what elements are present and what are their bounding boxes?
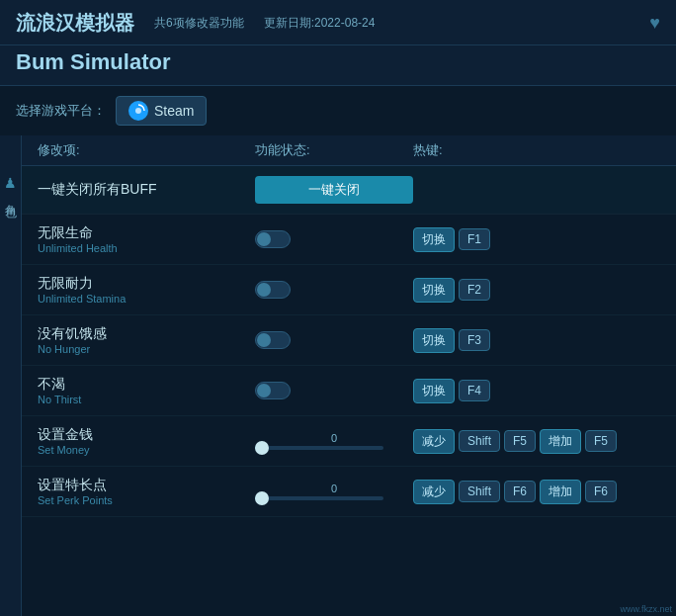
toggle-unlimited-health[interactable] bbox=[255, 230, 291, 248]
sidebar-label: 角色 bbox=[2, 195, 19, 199]
hotkey-key-btn[interactable]: F2 bbox=[459, 279, 490, 301]
mod-en-label: Set Money bbox=[38, 444, 255, 456]
update-date: 更新日期:2022-08-24 bbox=[264, 15, 376, 32]
mod-cn-label: 无限耐力 bbox=[38, 275, 255, 293]
platform-button-label: Steam bbox=[154, 103, 194, 119]
table-row: 无限生命 Unlimited Health 切换 F1 bbox=[22, 215, 676, 265]
mod-cn-label: 设置特长点 bbox=[38, 477, 255, 494]
hotkey-dec-action-btn[interactable]: 减少 bbox=[413, 480, 455, 504]
mod-name-no-thirst: 不渴 No Thirst bbox=[38, 376, 255, 405]
all-off-button[interactable]: 一键关闭 bbox=[255, 176, 413, 204]
mod-cn-label: 没有饥饿感 bbox=[38, 325, 255, 343]
hotkey-unlimited-stamina: 切换 F2 bbox=[413, 278, 660, 303]
col-header-1: 修改项: bbox=[38, 141, 255, 159]
hotkey-inc-action-btn[interactable]: 增加 bbox=[540, 480, 581, 504]
hotkey-perk: 减少 Shift F6 增加 F6 bbox=[413, 480, 660, 504]
mod-en-label: Unlimited Health bbox=[38, 242, 255, 254]
hotkey-inc-key-btn[interactable]: F5 bbox=[585, 430, 617, 452]
hotkey-dec-mod-btn[interactable]: Shift bbox=[459, 481, 500, 502]
favorite-icon[interactable]: ♥ bbox=[649, 13, 660, 34]
mod-name-unlimited-health: 无限生命 Unlimited Health bbox=[38, 224, 255, 254]
hotkey-no-hunger: 切换 F3 bbox=[413, 328, 660, 353]
mod-en-label: No Thirst bbox=[38, 394, 255, 405]
hotkey-action-btn[interactable]: 切换 bbox=[413, 227, 455, 252]
mod-name-set-money: 设置金钱 Set Money bbox=[38, 426, 255, 456]
hotkey-money: 减少 Shift F5 增加 F5 bbox=[413, 429, 660, 454]
slider-container-perk: 0 bbox=[255, 483, 413, 500]
mod-name-unlimited-stamina: 无限耐力 Unlimited Stamina bbox=[38, 275, 255, 305]
mod-cn-label: 不渴 bbox=[38, 376, 255, 394]
mod-name-no-hunger: 没有饥饿感 No Hunger bbox=[38, 325, 255, 355]
app-title: 流浪汉模拟器 bbox=[16, 10, 134, 37]
table-row: 无限耐力 Unlimited Stamina 切换 F2 bbox=[22, 265, 676, 315]
mod-en-label: No Hunger bbox=[38, 343, 255, 355]
platform-label: 选择游戏平台： bbox=[16, 102, 106, 120]
all-off-row: 一键关闭所有BUFF 一键关闭 bbox=[22, 166, 676, 215]
toggle-unlimited-stamina[interactable] bbox=[255, 281, 291, 299]
mod-name-set-perk: 设置特长点 Set Perk Points bbox=[38, 477, 255, 506]
watermark: www.fkzx.net bbox=[620, 604, 672, 614]
hotkey-dec-mod-btn[interactable]: Shift bbox=[459, 430, 500, 452]
all-off-label: 一键关闭所有BUFF bbox=[38, 181, 255, 199]
platform-row: 选择游戏平台： Steam bbox=[0, 86, 676, 135]
hotkey-no-thirst: 切换 F4 bbox=[413, 379, 660, 403]
toggle-no-hunger[interactable] bbox=[255, 331, 291, 349]
toggle-no-thirst[interactable] bbox=[255, 382, 291, 399]
mod-count: 共6项修改器功能 bbox=[154, 15, 244, 32]
hotkey-dec-key-btn[interactable]: F6 bbox=[504, 481, 536, 502]
hotkey-dec-key-btn[interactable]: F5 bbox=[504, 430, 536, 452]
hotkey-inc-key-btn[interactable]: F6 bbox=[585, 481, 617, 502]
table-row: 没有饥饿感 No Hunger 切换 F3 bbox=[22, 315, 676, 366]
hotkey-action-btn[interactable]: 切换 bbox=[413, 278, 455, 303]
hotkey-unlimited-health: 切换 F1 bbox=[413, 227, 660, 252]
main-content: ♟ 角色 修改项: 功能状态: 热键: 一键关闭所有BUFF 一键关闭 无限生命… bbox=[0, 135, 676, 616]
slider-row-perk: 设置特长点 Set Perk Points 0 减少 Shift F6 增加 F… bbox=[22, 467, 676, 517]
hotkey-dec-action-btn[interactable]: 减少 bbox=[413, 429, 455, 454]
hotkey-key-btn[interactable]: F4 bbox=[459, 380, 490, 401]
slider-container-money: 0 bbox=[255, 432, 413, 450]
slider-perk[interactable] bbox=[255, 496, 383, 500]
mod-cn-label: 设置金钱 bbox=[38, 426, 255, 444]
content-area: 修改项: 功能状态: 热键: 一键关闭所有BUFF 一键关闭 无限生命 Unli… bbox=[22, 135, 676, 616]
header: 流浪汉模拟器 共6项修改器功能 更新日期:2022-08-24 ♥ bbox=[0, 0, 676, 45]
hotkey-key-btn[interactable]: F1 bbox=[459, 228, 490, 250]
col-header-2: 功能状态: bbox=[255, 141, 413, 159]
sidebar: ♟ 角色 bbox=[0, 135, 22, 616]
mod-cn-label: 无限生命 bbox=[38, 224, 255, 242]
mod-en-label: Set Perk Points bbox=[38, 494, 255, 506]
platform-button[interactable]: Steam bbox=[116, 96, 207, 126]
svg-point-1 bbox=[135, 108, 141, 114]
hotkey-inc-action-btn[interactable]: 增加 bbox=[540, 429, 581, 454]
character-icon: ♟ bbox=[4, 175, 17, 191]
hotkey-action-btn[interactable]: 切换 bbox=[413, 379, 455, 403]
table-row: 不渴 No Thirst 切换 F4 bbox=[22, 366, 676, 416]
steam-icon bbox=[128, 101, 148, 121]
slider-money[interactable] bbox=[255, 446, 383, 450]
game-subtitle: Bum Simulator bbox=[0, 45, 676, 86]
mod-en-label: Unlimited Stamina bbox=[38, 293, 255, 305]
hotkey-action-btn[interactable]: 切换 bbox=[413, 328, 455, 353]
col-header-3: 热键: bbox=[413, 141, 660, 159]
table-header: 修改项: 功能状态: 热键: bbox=[22, 135, 676, 166]
slider-row-money: 设置金钱 Set Money 0 减少 Shift F5 增加 F5 bbox=[22, 416, 676, 467]
hotkey-key-btn[interactable]: F3 bbox=[459, 329, 490, 351]
